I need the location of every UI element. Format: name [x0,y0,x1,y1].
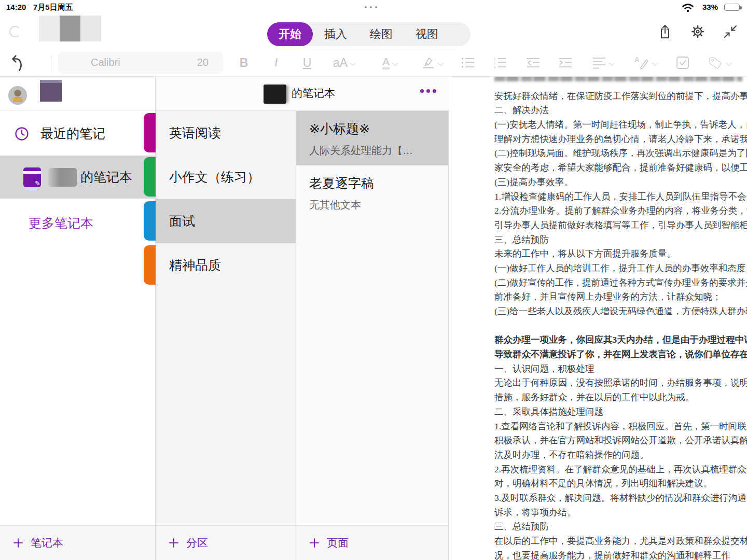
multitask-indicator-icon [365,6,377,8]
sync-icon [9,26,21,37]
toolbar-divider [51,55,51,72]
sidebar-item-recent-notes[interactable]: 最近的笔记 [0,112,155,155]
svg-text:3: 3 [493,65,496,69]
section-color-tab [144,113,156,152]
chevron-down-icon [653,60,658,65]
font-size-button[interactable]: 20 [197,57,209,68]
sections-footer: 分区 [156,525,296,560]
toolbar: 开始 插入 绘图 视图 [0,15,747,77]
tab-insert[interactable]: 插入 [313,22,358,46]
collapse-ribbon-icon[interactable] [723,24,738,39]
redacted-block [39,16,101,41]
sidebar-footer: 笔记本 [0,525,155,560]
font-controls: Calibri 20 [58,52,223,74]
sections-panel: 英语阅读 小作文（练习） 面试 精神品质 分区 [156,77,296,560]
style-pen-button[interactable]: A [629,52,663,74]
section-color-tab [144,201,156,241]
section-color-tab [144,245,156,285]
status-time: 14:20 [6,3,26,11]
account-row[interactable] [0,77,155,110]
chevron-down-icon [393,60,398,65]
numbered-list-button[interactable]: 123 [489,52,511,74]
chevron-down-icon [727,60,732,65]
notebook-header: 的笔记本 [156,77,449,111]
add-page-button[interactable]: 页面 [327,536,349,550]
add-notebook-button[interactable]: 笔记本 [31,536,63,550]
tag-button[interactable] [701,52,739,74]
plus-icon [309,538,320,548]
note-text: 安抚好群众情绪，在保证防疫工作落实到位的前提下，提高办事效率。 二、解决办法 (… [494,77,747,560]
underline-button[interactable]: U [297,52,317,74]
bold-button[interactable]: B [233,52,254,74]
plus-icon [169,538,179,548]
text-size-button[interactable]: aA [328,52,361,74]
sidebar-item-label: 更多笔记本 [29,215,93,232]
status-bar: 14:20 7月5日周五 33% [0,0,747,15]
note-canvas[interactable]: 安抚好群众情绪，在保证防疫工作落实到位的前提下，提高办事效率。 二、解决办法 (… [449,77,747,560]
add-section-button[interactable]: 分区 [186,536,208,550]
alignment-button[interactable] [586,52,620,74]
font-name-button[interactable]: Calibri [91,57,120,68]
wifi-icon [682,3,694,12]
section-row-interview[interactable]: 面试 [156,199,296,243]
chevron-down-icon [351,60,356,65]
page-row-subtitle[interactable]: ※小标题※ 人际关系处理能力【… [296,111,448,165]
outdent-button[interactable] [522,52,545,74]
status-date: 7月5日周五 [33,3,73,12]
sidebar-item-label: 最近的笔记 [40,125,105,142]
battery-icon [724,4,740,11]
svg-text:A: A [634,55,640,64]
tab-view[interactable]: 视图 [404,22,450,46]
chevron-down-icon [438,60,444,65]
more-options-icon[interactable] [420,89,436,93]
clock-icon [15,127,29,141]
redacted-account-name [40,80,62,102]
plus-icon [13,538,23,548]
pages-panel: ※小标题※ 人际关系处理能力【… 老夏逐字稿 无其他文本 页面 [296,77,449,560]
tab-draw[interactable]: 绘图 [358,22,404,46]
pages-footer: 页面 [296,525,448,560]
sidebar-item-more-notebooks[interactable]: 更多笔记本 [0,204,155,243]
clipped-blurred-line [494,77,747,89]
redacted-notebook-name [48,168,77,187]
checkbox-tag-button[interactable] [671,52,694,74]
font-color-button[interactable]: A [375,52,406,74]
italic-button[interactable]: I [266,52,286,74]
section-row-english-reading[interactable]: 英语阅读 [156,111,296,155]
notebook-sidebar: 最近的笔记 ✎ 的笔记本 更多笔记本 笔记本 [0,77,156,560]
sidebar-item-my-notebook[interactable]: ✎ 的笔记本 [0,156,155,199]
redacted-notebook-name [264,85,286,104]
undo-button[interactable] [7,52,27,74]
share-icon[interactable] [658,24,672,39]
notebook-header-title: 的笔记本 [292,86,335,101]
highlighter-button[interactable] [416,52,449,74]
battery-percent: 33% [702,3,718,11]
tab-home[interactable]: 开始 [267,22,313,46]
notebook-icon: ✎ [23,167,41,187]
section-row-spirit-quality[interactable]: 精神品质 [156,243,296,287]
settings-gear-icon[interactable] [690,24,706,39]
blank-line [494,319,747,333]
indent-button[interactable] [554,52,577,74]
bullet-list-button[interactable] [457,52,479,74]
chevron-down-icon [610,60,615,65]
section-row-essay-practice[interactable]: 小作文（练习） [156,155,296,199]
section-color-tab [144,157,156,197]
user-avatar[interactable] [8,86,27,105]
sidebar-item-label: 的笔记本 [80,169,132,186]
ribbon-tabs: 开始 插入 绘图 视图 [267,22,471,46]
page-row-laoxia-script[interactable]: 老夏逐字稿 无其他文本 [296,165,448,220]
